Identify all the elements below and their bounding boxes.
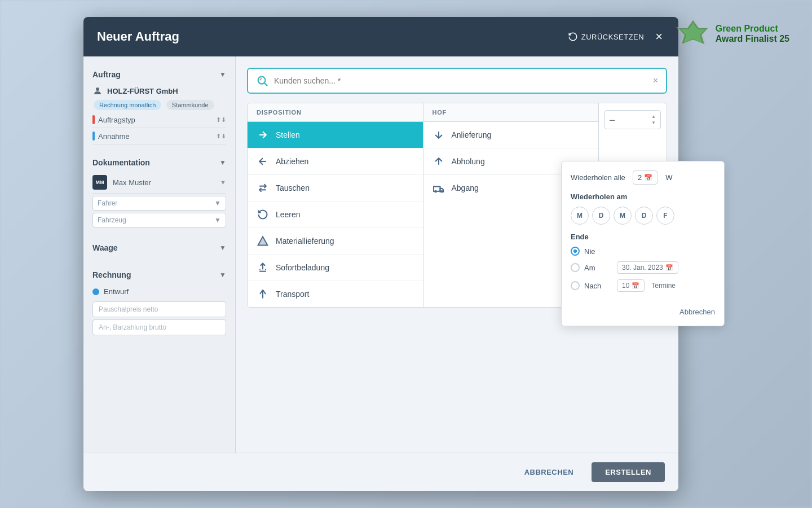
disp-item-materiallieferung[interactable]: Materiallieferung <box>248 228 423 255</box>
close-button[interactable]: × <box>653 29 665 44</box>
upload-icon <box>257 261 269 274</box>
day-btn-M1[interactable]: M <box>571 207 589 225</box>
entwurf-label: Entwurf <box>104 287 129 296</box>
badge-rechnung: Rechnung monatlich <box>94 100 161 110</box>
date-input-am[interactable]: 30. Jan. 2023 📅 <box>617 261 678 274</box>
spinner-arrows: ▲ ▼ <box>651 114 656 125</box>
disp-item-tauschen[interactable]: Tauschen <box>248 175 423 202</box>
disp-item-transport[interactable]: Transport <box>248 281 423 307</box>
spinner-select[interactable]: ─ ▲ ▼ <box>604 110 661 129</box>
anlieferung-label: Anlieferung <box>452 130 492 139</box>
search-clear-icon[interactable]: × <box>653 76 658 86</box>
waage-section-header[interactable]: Waage ▼ <box>92 239 226 257</box>
disp-item-abziehen[interactable]: Abziehen <box>248 148 423 175</box>
disposition-col1: DISPOSITION Stellen <box>248 103 423 307</box>
radio-nach-option[interactable]: Nach 10 📅 Termine <box>571 279 715 292</box>
award-badge: Green Product Award Finalist 25 <box>675 16 789 52</box>
auftrag-section-header[interactable]: Auftrag ▼ <box>92 65 226 84</box>
auftragstyp-label: Auftragstyp <box>92 115 135 124</box>
dokumentation-section-header[interactable]: Dokumentation ▼ <box>92 154 226 172</box>
leeren-label: Leeren <box>276 210 301 219</box>
create-button[interactable]: ERSTELLEN <box>592 462 665 482</box>
date-input-nach[interactable]: 10 📅 <box>617 279 645 292</box>
annahme-arrows: ⬆⬇ <box>216 133 226 140</box>
wiederholen-alle-value: 2 <box>638 173 642 182</box>
barzahlung-input[interactable]: An-, Barzahlung brutto <box>92 319 226 335</box>
cancel-button[interactable]: ABBRECHEN <box>515 462 583 482</box>
triangle-icon <box>257 235 269 247</box>
reset-icon <box>568 32 578 42</box>
refresh-icon <box>257 208 269 221</box>
arrow-left-icon <box>257 155 269 168</box>
search-input[interactable] <box>274 76 647 85</box>
wiederholen-alle-value-box[interactable]: 2 📅 <box>633 170 657 185</box>
award-text: Green Product Award Finalist 25 <box>716 24 789 44</box>
auftrag-chevron-icon: ▼ <box>219 71 226 78</box>
calendar-nach-icon: 📅 <box>632 282 639 290</box>
avatar: MM <box>92 175 107 190</box>
pauschalpreis-input[interactable]: Pauschalpreis netto <box>92 301 226 317</box>
wiederholen-alle-row: Wiederholen alle 2 📅 W <box>571 170 715 185</box>
materiallieferung-label: Materiallieferung <box>276 237 334 246</box>
reset-label: ZURÜCKSETZEN <box>581 33 644 41</box>
sidebar-section-waage: Waage ▼ <box>83 239 235 266</box>
radio-nie-option[interactable]: Nie <box>571 247 715 256</box>
auftrag-section-title: Auftrag <box>92 70 121 79</box>
nach-unit: Termine <box>651 282 676 290</box>
sidebar-section-rechnung: Rechnung ▼ Entwurf Pauschalpreis netto A… <box>83 266 235 347</box>
person-label: MM Max Muster <box>92 175 151 190</box>
nach-value: 10 <box>622 282 629 290</box>
radio-am-label: Am <box>584 264 612 272</box>
date-am-value: 30. Jan. 2023 <box>622 264 663 271</box>
radio-nie-label: Nie <box>584 247 612 256</box>
annahme-label: Annahme <box>92 132 130 141</box>
col1-header: DISPOSITION <box>248 103 423 122</box>
radio-am-circle <box>571 263 580 272</box>
calendar-icon: 📅 <box>644 174 652 182</box>
waage-section-title: Waage <box>92 243 118 252</box>
sidebar-section-dokumentation: Dokumentation ▼ MM Max Muster ▼ Fahrer ▼… <box>83 154 235 239</box>
sidebar-section-auftrag: Auftrag ▼ HOLZ-FÜRST GmbH Rechnung monat… <box>83 65 235 154</box>
rechnung-section-header[interactable]: Rechnung ▼ <box>92 266 226 284</box>
company-row: HOLZ-FÜRST GmbH <box>92 84 226 98</box>
fahrer-select[interactable]: Fahrer ▼ <box>92 196 226 211</box>
stellen-label: Stellen <box>276 130 300 139</box>
disp-item-anlieferung[interactable]: Anlieferung <box>423 122 599 148</box>
tauschen-label: Tauschen <box>276 183 310 192</box>
day-buttons-row: M D M D F <box>571 207 715 225</box>
entwurf-radio[interactable] <box>92 288 99 295</box>
annahme-row[interactable]: Annahme ⬆⬇ <box>92 128 226 144</box>
transport-label: Transport <box>276 290 309 299</box>
svg-point-4 <box>258 77 266 84</box>
modal-footer: ABBRECHEN ERSTELLEN <box>83 453 678 491</box>
disp-item-stellen[interactable]: Stellen <box>248 122 423 148</box>
rechnung-section-title: Rechnung <box>92 270 131 279</box>
badge-stammkunde: Stammkunde <box>166 100 214 110</box>
day-btn-D2[interactable]: D <box>635 207 653 225</box>
abziehen-label: Abziehen <box>276 157 308 166</box>
fahrzeug-select[interactable]: Fahrzeug ▼ <box>92 213 226 227</box>
radio-am-option[interactable]: Am 30. Jan. 2023 📅 <box>571 261 715 274</box>
reset-button[interactable]: ZURÜCKSETZEN <box>568 32 644 42</box>
search-icon-wrap <box>256 75 268 87</box>
fork-icon <box>257 288 269 300</box>
person-row[interactable]: MM Max Muster ▼ <box>92 172 226 194</box>
dokumentation-chevron-icon: ▼ <box>219 159 226 167</box>
fahrzeug-chevron: ▼ <box>214 216 221 224</box>
day-btn-F[interactable]: F <box>656 207 674 225</box>
wiederholen-am-section: Wiederholen am M D M D F <box>571 192 715 225</box>
annahme-indicator <box>92 132 95 141</box>
arrow-up-icon <box>433 155 445 168</box>
abort-button[interactable]: Abbrechen <box>571 302 715 316</box>
svg-line-5 <box>264 83 267 86</box>
auftragstyp-row[interactable]: Auftragstyp ⬆⬇ <box>92 112 226 128</box>
disp-item-leeren[interactable]: Leeren <box>248 202 423 228</box>
right-panel: Wiederholen alle 2 📅 W Wiederholen am M … <box>561 161 725 326</box>
day-btn-D1[interactable]: D <box>592 207 610 225</box>
disp-item-sofortbeladung[interactable]: Sofortbeladung <box>248 255 423 281</box>
ende-section: Ende Nie Am 30. Jan. 2023 📅 Nach 10 📅 Te… <box>571 233 715 292</box>
svg-line-6 <box>259 78 262 80</box>
day-btn-M2[interactable]: M <box>614 207 632 225</box>
spinner-value: ─ <box>610 116 615 124</box>
calendar-am-icon: 📅 <box>665 264 673 271</box>
